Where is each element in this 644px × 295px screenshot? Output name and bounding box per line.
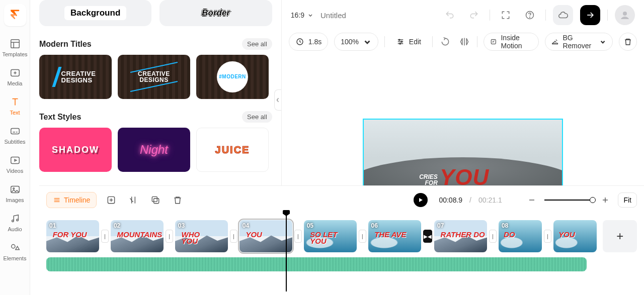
clip-number: 02 xyxy=(114,222,120,229)
redo-button[interactable] xyxy=(465,7,482,24)
zoom-in-button[interactable] xyxy=(598,192,613,208)
nav-elements[interactable]: Elements xyxy=(0,237,30,266)
nav-subtitles[interactable]: Subtitles xyxy=(0,121,30,150)
pill-border[interactable]: Border xyxy=(159,0,272,26)
nav-videos[interactable]: Videos xyxy=(0,150,30,179)
svg-point-14 xyxy=(13,188,14,189)
section-title-styles: Text Styles xyxy=(39,113,81,122)
duration-chip[interactable]: 1.8s xyxy=(289,33,328,51)
pill-label: Border xyxy=(202,8,230,18)
clip-caption: RATHER DO xyxy=(441,231,485,238)
project-title-input[interactable] xyxy=(320,11,411,20)
transition-button[interactable]: | xyxy=(166,230,173,243)
see-all-modern[interactable]: See all xyxy=(242,38,272,50)
clip-1[interactable]: 01FOR YOU xyxy=(46,220,99,252)
undo-button[interactable] xyxy=(441,7,458,24)
svg-rect-0 xyxy=(11,40,19,48)
nav-images[interactable]: Images xyxy=(0,179,30,208)
zoom-chip[interactable]: 100% xyxy=(334,33,378,51)
add-track-button[interactable] xyxy=(104,192,119,208)
export-button[interactable] xyxy=(580,5,600,25)
clip-number: 04 xyxy=(243,222,249,229)
svg-point-16 xyxy=(16,219,18,221)
title-preset-3[interactable]: #MODERN xyxy=(196,55,269,99)
transition-button[interactable]: | xyxy=(230,230,237,243)
clip-3[interactable]: 03WHO YOU xyxy=(175,220,228,252)
thumb-text: #MODERN xyxy=(219,74,246,79)
duration-value: 1.8s xyxy=(308,38,321,46)
time-total: 00:21.1 xyxy=(478,196,502,204)
transition-button[interactable]: ▶◀ xyxy=(423,230,432,243)
split-button[interactable] xyxy=(126,192,141,208)
clip-5[interactable]: 05SO LET YOU xyxy=(304,220,357,252)
delete-button[interactable] xyxy=(619,33,637,51)
inside-motion-button[interactable]: Inside Motion xyxy=(484,33,539,51)
clip-6[interactable]: 06THE AVE xyxy=(368,220,421,252)
svg-marker-40 xyxy=(419,198,423,202)
user-avatar[interactable] xyxy=(615,5,635,25)
nav-label: Audio xyxy=(8,226,22,232)
title-preset-1[interactable]: CREATIVE DESIGNS xyxy=(39,55,112,99)
app-logo[interactable] xyxy=(4,4,26,26)
delete-clip-button[interactable] xyxy=(170,192,185,208)
clip-number: 03 xyxy=(178,222,185,229)
left-nav: Templates Media Text Subtitles Videos Im… xyxy=(0,0,30,295)
transition-button[interactable]: | xyxy=(101,230,109,243)
play-button[interactable] xyxy=(414,193,428,207)
rotate-button[interactable] xyxy=(439,33,452,50)
zoom-out-button[interactable] xyxy=(524,192,539,208)
svg-marker-12 xyxy=(15,159,17,161)
svg-point-17 xyxy=(11,245,15,248)
nav-label: Templates xyxy=(2,51,27,57)
style-preset-juice[interactable]: JUICE xyxy=(196,128,269,172)
clip-number: 05 xyxy=(307,222,313,229)
caption-big: YOU xyxy=(440,168,489,186)
transition-button[interactable]: | xyxy=(544,230,551,243)
pill-background[interactable]: Background xyxy=(39,0,151,26)
bg-remover-label: BG Remover xyxy=(562,34,595,50)
clip-number: 08 xyxy=(502,222,508,229)
style-preset-shadow[interactable]: SHADOW xyxy=(39,128,112,172)
svg-rect-8 xyxy=(11,129,19,134)
svg-rect-11 xyxy=(11,157,19,164)
cloud-sync-button[interactable] xyxy=(553,5,573,25)
see-all-styles[interactable]: See all xyxy=(242,111,272,123)
thumb-text: Night xyxy=(140,143,168,157)
transition-button[interactable]: | xyxy=(489,230,497,243)
flip-button[interactable] xyxy=(458,33,471,50)
clip-number: 01 xyxy=(49,222,56,229)
fullscreen-icon[interactable] xyxy=(497,7,514,24)
clip-number: 06 xyxy=(371,222,378,229)
transition-button[interactable]: | xyxy=(359,230,366,243)
bg-remover-button[interactable]: BG Remover xyxy=(545,33,613,51)
collapse-panel-button[interactable] xyxy=(274,89,281,111)
help-button[interactable] xyxy=(521,7,538,24)
transition-button[interactable]: | xyxy=(294,230,302,243)
edit-button[interactable]: Edit xyxy=(394,33,423,51)
nav-text[interactable]: Text xyxy=(0,91,30,121)
zoom-slider[interactable] xyxy=(544,200,593,201)
fit-button[interactable]: Fit xyxy=(618,192,637,208)
time-sep: / xyxy=(469,196,471,204)
clip-9[interactable]: YOU xyxy=(553,220,597,252)
playhead[interactable] xyxy=(286,210,287,291)
nav-label: Videos xyxy=(7,168,23,174)
nav-templates[interactable]: Templates xyxy=(0,33,30,62)
clip-8[interactable]: 08DO xyxy=(499,220,542,252)
section-title-modern: Modern Titles xyxy=(39,40,92,49)
svg-rect-31 xyxy=(552,43,558,44)
title-preset-2[interactable]: CREATIVE DESIGNS xyxy=(118,55,190,99)
duplicate-button[interactable] xyxy=(148,192,163,208)
style-preset-night[interactable]: Night xyxy=(118,128,190,172)
aspect-ratio-select[interactable]: 16:9 xyxy=(291,11,313,19)
clip-2[interactable]: 02MOUNTAINS DO xyxy=(111,220,164,252)
nav-audio[interactable]: Audio xyxy=(0,208,30,237)
clip-4[interactable]: 04YOU xyxy=(239,220,292,252)
nav-media[interactable]: Media xyxy=(0,62,30,91)
add-clip-button[interactable]: + xyxy=(603,220,637,252)
clip-7[interactable]: 07RATHER DO xyxy=(434,220,487,252)
time-current: 00:08.9 xyxy=(439,196,462,204)
timeline-tab[interactable]: Timeline xyxy=(46,192,97,208)
audio-track[interactable] xyxy=(46,257,587,271)
clip-caption: THE AVE xyxy=(374,231,406,238)
